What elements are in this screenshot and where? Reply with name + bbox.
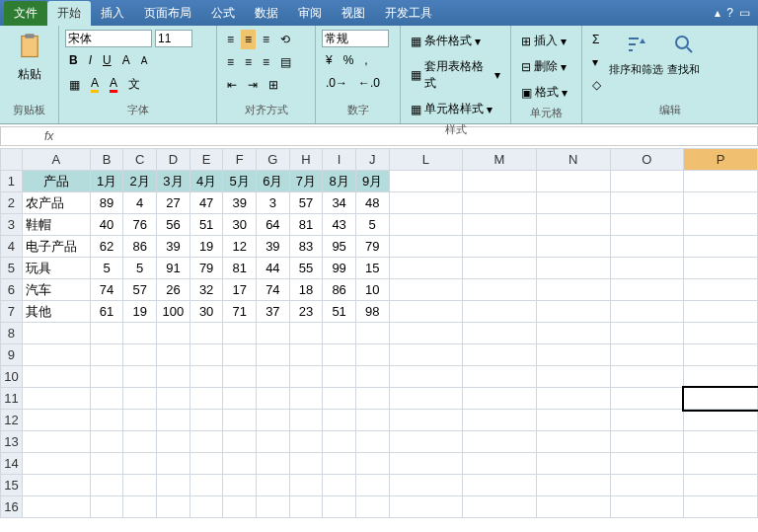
row-header-15[interactable]: 15 [1, 475, 23, 496]
cell-M14[interactable] [463, 453, 537, 475]
cell-P2[interactable] [684, 192, 758, 214]
cell-M6[interactable] [463, 279, 537, 301]
cell-L6[interactable] [389, 279, 463, 301]
cell-F1[interactable]: 5月 [223, 171, 257, 192]
cell-H13[interactable] [289, 431, 323, 453]
cell-C16[interactable] [123, 496, 157, 518]
cell-M10[interactable] [463, 366, 537, 388]
cell-B12[interactable] [90, 410, 123, 431]
cell-N14[interactable] [536, 453, 610, 475]
cell-I9[interactable] [323, 344, 356, 366]
cell-G11[interactable] [257, 388, 290, 410]
cell-G12[interactable] [257, 410, 290, 431]
cell-C9[interactable] [123, 344, 157, 366]
cell-B3[interactable]: 40 [90, 214, 123, 236]
cell-P8[interactable] [684, 323, 758, 344]
cell-P5[interactable] [684, 258, 758, 279]
bold-button[interactable]: B [65, 50, 82, 70]
cell-G5[interactable]: 44 [257, 258, 290, 279]
fill-icon[interactable]: ▾ [588, 52, 605, 72]
cell-C7[interactable]: 19 [123, 301, 157, 323]
cell-O12[interactable] [610, 410, 684, 431]
cell-A4[interactable]: 电子产品 [22, 236, 90, 258]
cell-B1[interactable]: 1月 [90, 171, 123, 192]
cell-N15[interactable] [536, 475, 610, 496]
cell-E11[interactable] [190, 388, 223, 410]
cell-E1[interactable]: 4月 [190, 171, 223, 192]
font-name-select[interactable] [65, 30, 152, 47]
cell-E2[interactable]: 47 [190, 192, 223, 214]
font-size-select[interactable] [155, 30, 192, 47]
col-header-M[interactable]: M [463, 149, 537, 171]
cell-B8[interactable] [90, 323, 123, 344]
cell-H11[interactable] [289, 388, 323, 410]
cell-F3[interactable]: 30 [223, 214, 257, 236]
cell-P6[interactable] [684, 279, 758, 301]
cell-I11[interactable] [323, 388, 356, 410]
row-header-4[interactable]: 4 [1, 236, 23, 258]
cell-H3[interactable]: 81 [289, 214, 323, 236]
row-header-2[interactable]: 2 [1, 192, 23, 214]
cell-P11[interactable] [684, 388, 758, 410]
inc-decimal-icon[interactable]: .0→ [322, 73, 351, 93]
cell-N7[interactable] [536, 301, 610, 323]
row-header-9[interactable]: 9 [1, 344, 23, 366]
tab-review[interactable]: 审阅 [288, 1, 332, 26]
cell-I14[interactable] [323, 453, 356, 475]
font-color-icon[interactable]: A [106, 73, 121, 96]
cell-J7[interactable]: 98 [355, 301, 389, 323]
cell-M11[interactable] [463, 388, 537, 410]
cell-B14[interactable] [90, 453, 123, 475]
worksheet[interactable]: ABCDEFGHIJLMNOP1产品1月2月3月4月5月6月7月8月9月2农产品… [0, 148, 758, 532]
cell-F8[interactable] [223, 323, 257, 344]
cell-C4[interactable]: 86 [123, 236, 157, 258]
cell-E4[interactable]: 19 [190, 236, 223, 258]
cell-G16[interactable] [257, 496, 290, 518]
delete-cells-button[interactable]: ⊟删除▾ [517, 55, 570, 78]
cell-A3[interactable]: 鞋帽 [22, 214, 90, 236]
col-header-B[interactable]: B [90, 149, 123, 171]
cell-O5[interactable] [610, 258, 684, 279]
tab-home[interactable]: 开始 [47, 1, 91, 26]
cell-O4[interactable] [610, 236, 684, 258]
cell-M16[interactable] [463, 496, 537, 518]
cell-G4[interactable]: 39 [257, 236, 290, 258]
cell-O9[interactable] [610, 344, 684, 366]
cell-H16[interactable] [289, 496, 323, 518]
cell-P12[interactable] [684, 410, 758, 431]
tab-dev[interactable]: 开发工具 [375, 1, 442, 26]
cell-H7[interactable]: 23 [289, 301, 323, 323]
font-grow-icon[interactable]: A [118, 50, 134, 70]
cell-F15[interactable] [223, 475, 257, 496]
cell-F16[interactable] [223, 496, 257, 518]
cell-E10[interactable] [190, 366, 223, 388]
cell-B11[interactable] [90, 388, 123, 410]
cell-C10[interactable] [123, 366, 157, 388]
cell-I5[interactable]: 99 [323, 258, 356, 279]
cell-H2[interactable]: 57 [289, 192, 323, 214]
cell-styles-button[interactable]: ▦单元格样式▾ [407, 98, 496, 120]
cell-B16[interactable] [90, 496, 123, 518]
cell-D11[interactable] [157, 388, 190, 410]
row-header-8[interactable]: 8 [1, 323, 23, 344]
clear-icon[interactable]: ◇ [588, 75, 605, 95]
cell-D7[interactable]: 100 [157, 301, 190, 323]
cell-O15[interactable] [610, 475, 684, 496]
cell-B5[interactable]: 5 [90, 258, 123, 279]
cell-H4[interactable]: 83 [289, 236, 323, 258]
cell-J14[interactable] [355, 453, 389, 475]
window-controls-icon[interactable]: ▭ [739, 6, 750, 20]
cell-I7[interactable]: 51 [323, 301, 356, 323]
cell-A1[interactable]: 产品 [22, 171, 90, 192]
cell-L12[interactable] [389, 410, 463, 431]
cell-N6[interactable] [536, 279, 610, 301]
cell-G9[interactable] [257, 344, 290, 366]
cell-G10[interactable] [257, 366, 290, 388]
cell-H10[interactable] [289, 366, 323, 388]
cell-O3[interactable] [610, 214, 684, 236]
cell-D5[interactable]: 91 [157, 258, 190, 279]
cell-M3[interactable] [463, 214, 537, 236]
col-header-N[interactable]: N [536, 149, 610, 171]
cell-E13[interactable] [190, 431, 223, 453]
cell-E14[interactable] [190, 453, 223, 475]
